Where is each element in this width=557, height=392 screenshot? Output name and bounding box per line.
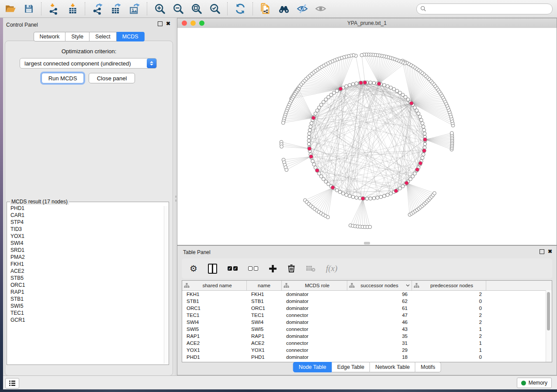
cell-pred[interactable]: 2	[412, 292, 486, 297]
cell-name[interactable]: STB1	[247, 299, 282, 304]
network-canvas[interactable]	[177, 28, 557, 245]
list-item[interactable]: TID3	[7, 226, 163, 233]
list-item[interactable]: YOX1	[7, 233, 163, 240]
cell-succ[interactable]: 29	[347, 347, 412, 353]
network-graph[interactable]	[177, 28, 557, 245]
graph-node-dominator[interactable]	[377, 82, 381, 86]
graph-node[interactable]	[345, 85, 348, 88]
cell-pred[interactable]: 2	[412, 313, 486, 318]
table-row[interactable]: STB1STB1dominator620	[182, 298, 552, 305]
hide-selected-icon[interactable]	[296, 3, 308, 15]
graph-node[interactable]	[419, 118, 423, 122]
graph-node[interactable]	[433, 192, 436, 195]
list-item[interactable]: ORC1	[7, 282, 163, 289]
graph-node[interactable]	[338, 190, 342, 194]
cell-pred[interactable]: 2	[412, 334, 486, 339]
graph-node-dominator[interactable]	[339, 87, 343, 91]
list-item[interactable]: TEC1	[7, 309, 163, 316]
graph-node[interactable]	[308, 128, 311, 132]
graph-node-dominator[interactable]	[419, 162, 422, 165]
cell-shared[interactable]: ACE2	[182, 340, 247, 346]
graph-node[interactable]	[310, 122, 313, 125]
graph-node[interactable]	[417, 112, 420, 115]
tab-select[interactable]: Select	[90, 32, 117, 41]
list-item[interactable]: GCR1	[7, 316, 163, 323]
graph-node[interactable]	[389, 86, 393, 89]
cell-shared[interactable]: SWI4	[182, 320, 247, 325]
graph-node-dominator[interactable]	[359, 81, 363, 85]
graph-node[interactable]	[311, 159, 315, 163]
binoculars-icon[interactable]	[278, 3, 290, 15]
column-header-MCDS-role[interactable]: MCDS role	[282, 281, 347, 290]
graph-node-dominator[interactable]	[423, 138, 427, 141]
graph-node[interactable]	[376, 196, 379, 199]
close-panel-button[interactable]: Close panel	[89, 73, 135, 83]
tab-mcds[interactable]: MCDS	[117, 32, 145, 41]
cell-name[interactable]: YOX1	[247, 347, 282, 353]
cell-shared[interactable]: FKH1	[182, 292, 247, 297]
cell-pred[interactable]: 0	[412, 306, 486, 311]
cell-role[interactable]: dominator	[282, 306, 347, 311]
task-history-button[interactable]	[5, 378, 19, 389]
list-item[interactable]: SRD1	[7, 247, 163, 254]
run-mcds-button[interactable]: Run MCDS	[42, 73, 84, 83]
cell-shared[interactable]: SWI5	[182, 327, 247, 332]
list-item[interactable]: FKH1	[7, 261, 163, 268]
show-all-icon[interactable]	[315, 3, 327, 15]
cell-succ[interactable]: 62	[347, 299, 412, 304]
cell-name[interactable]: TEC1	[247, 313, 282, 318]
graph-node-dominator[interactable]	[410, 101, 414, 105]
graph-node[interactable]	[386, 85, 389, 88]
graph-node[interactable]	[386, 193, 389, 196]
import-table-icon[interactable]	[66, 3, 79, 15]
graph-node[interactable]	[422, 128, 426, 132]
zoom-in-icon[interactable]	[154, 3, 166, 15]
cell-role[interactable]: connector	[282, 313, 347, 318]
table-scrollbar[interactable]	[546, 290, 552, 362]
table-row[interactable]: SWI5SWI5connector431	[182, 326, 552, 333]
cell-role[interactable]: connector	[282, 327, 347, 332]
table-row[interactable]: SWI4SWI4dominator462	[182, 319, 552, 326]
list-item[interactable]: STB5	[7, 275, 163, 282]
refresh-layout-icon[interactable]	[234, 3, 246, 15]
table-row[interactable]: FKH1FKH1dominator962	[182, 291, 552, 298]
import-network-icon[interactable]	[48, 3, 60, 15]
cell-succ[interactable]: 61	[347, 306, 412, 311]
graph-node[interactable]	[351, 195, 355, 199]
list-item[interactable]: CAR1	[7, 212, 163, 219]
cell-name[interactable]: RAP1	[247, 334, 282, 339]
graph-node-dominator[interactable]	[361, 196, 365, 200]
graph-node[interactable]	[369, 197, 372, 200]
cell-succ[interactable]: 43	[347, 327, 412, 332]
cell-name[interactable]: ACE2	[247, 340, 282, 346]
table-settings-icon[interactable]: ⚙	[190, 264, 197, 273]
graph-node[interactable]	[348, 194, 352, 198]
cell-role[interactable]: connector	[282, 347, 347, 353]
cell-name[interactable]: ORC1	[247, 306, 282, 311]
graph-node[interactable]	[335, 189, 339, 192]
scrollbar-thumb[interactable]	[547, 292, 550, 330]
graph-node-dominator[interactable]	[405, 181, 408, 185]
graph-node[interactable]	[307, 142, 311, 146]
mcds-result-list[interactable]: PHD1CAR1STP4TID3YOX1SWI4SRD1PMA2FKH1ACE2…	[7, 205, 163, 364]
tab-network-table[interactable]: Network Table	[370, 362, 415, 372]
cell-shared[interactable]: TEC1	[182, 313, 247, 318]
zoom-fit-icon[interactable]	[190, 3, 203, 15]
tab-node-table[interactable]: Node Table	[293, 362, 332, 372]
search-input[interactable]	[429, 5, 549, 12]
cell-pred[interactable]: 0	[412, 354, 486, 360]
graph-node[interactable]	[281, 121, 285, 124]
export-image-icon[interactable]	[128, 3, 141, 15]
cell-role[interactable]: dominator	[282, 320, 347, 325]
cell-pred[interactable]: 1	[412, 347, 486, 353]
cell-name[interactable]: FKH1	[247, 292, 282, 297]
graph-node[interactable]	[360, 53, 363, 57]
graph-node[interactable]	[379, 195, 383, 199]
cell-pred[interactable]: 2	[412, 320, 486, 325]
deselect-all-columns-icon[interactable]	[248, 266, 258, 271]
cell-succ[interactable]: 31	[347, 340, 412, 346]
float-panel-icon[interactable]	[540, 249, 544, 254]
graph-node-dominator[interactable]	[331, 186, 335, 189]
cell-shared[interactable]: PHD1	[182, 354, 247, 360]
cell-succ[interactable]: 47	[347, 313, 412, 318]
